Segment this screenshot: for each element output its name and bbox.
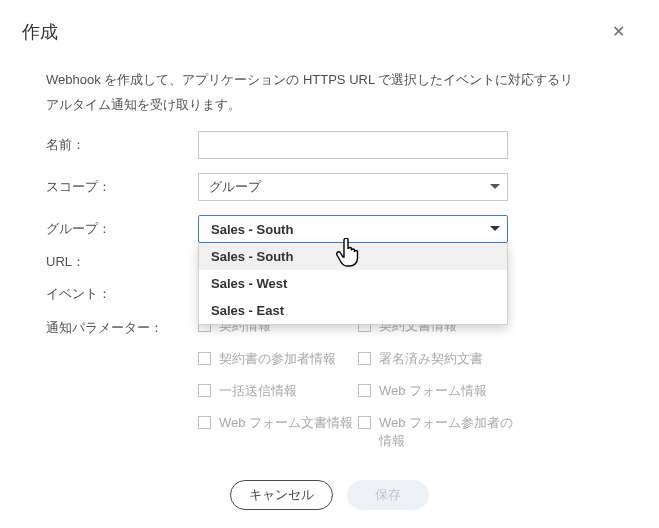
label-name: 名前： <box>46 136 198 154</box>
param-label: 契約書の参加者情報 <box>219 350 336 368</box>
row-params: 通知パラメーター： 契約情報 契約文書情報 契約書の参加者情報 署名済み契約文書… <box>46 317 629 450</box>
param-label: 一括送信情報 <box>219 382 297 400</box>
row-scope: スコープ： グループ <box>46 173 629 201</box>
label-url: URL： <box>46 253 198 271</box>
form: 名前： スコープ： グループ グループ： <box>46 131 629 450</box>
label-events: イベント： <box>46 285 198 303</box>
group-option[interactable]: Sales - South <box>199 243 507 270</box>
checkbox-icon <box>198 384 211 397</box>
scope-select[interactable]: グループ <box>198 173 508 201</box>
checkbox-icon <box>198 352 211 365</box>
dialog-title: 作成 <box>22 20 58 44</box>
group-dropdown-list: Sales - South Sales - West Sales - East <box>198 243 508 325</box>
create-webhook-dialog: 作成 ✕ Webhook を作成して、アプリケーションの HTTPS URL で… <box>0 0 659 450</box>
param-checkbox[interactable]: Web フォーム文書情報 <box>198 414 358 450</box>
group-option[interactable]: Sales - West <box>199 270 507 297</box>
checkbox-icon <box>358 384 371 397</box>
param-checkbox[interactable]: 契約書の参加者情報 <box>198 350 358 368</box>
group-option[interactable]: Sales - East <box>199 297 507 324</box>
dialog-footer: キャンセル 保存 <box>0 480 659 510</box>
param-checkbox[interactable]: Web フォーム参加者の情報 <box>358 414 518 450</box>
param-label: Web フォーム情報 <box>379 382 487 400</box>
checkbox-icon <box>198 416 211 429</box>
param-checkbox[interactable]: 署名済み契約文書 <box>358 350 518 368</box>
scope-select-value: グループ <box>209 178 261 196</box>
param-label: 署名済み契約文書 <box>379 350 483 368</box>
label-group: グループ： <box>46 220 198 238</box>
cancel-button[interactable]: キャンセル <box>230 480 333 510</box>
param-checkbox[interactable]: Web フォーム情報 <box>358 382 518 400</box>
group-select-value: Sales - South <box>211 222 293 237</box>
label-scope: スコープ： <box>46 178 198 196</box>
close-icon[interactable]: ✕ <box>608 20 629 44</box>
checkbox-icon <box>358 416 371 429</box>
row-name: 名前： <box>46 131 629 159</box>
name-input[interactable] <box>198 131 508 159</box>
checkbox-icon <box>358 352 371 365</box>
save-button: 保存 <box>347 480 429 510</box>
group-select[interactable]: Sales - South <box>198 215 508 243</box>
param-label: Web フォーム参加者の情報 <box>379 414 518 450</box>
param-checkbox[interactable]: 一括送信情報 <box>198 382 358 400</box>
label-params: 通知パラメーター： <box>46 317 198 450</box>
dialog-description: Webhook を作成して、アプリケーションの HTTPS URL で選択したイ… <box>46 68 586 117</box>
dialog-header: 作成 ✕ <box>22 20 629 64</box>
param-label: Web フォーム文書情報 <box>219 414 353 432</box>
row-group: グループ： Sales - South Sales - South Sales … <box>46 215 629 243</box>
params-grid: 契約情報 契約文書情報 契約書の参加者情報 署名済み契約文書 一括送信情報 We… <box>198 317 578 450</box>
